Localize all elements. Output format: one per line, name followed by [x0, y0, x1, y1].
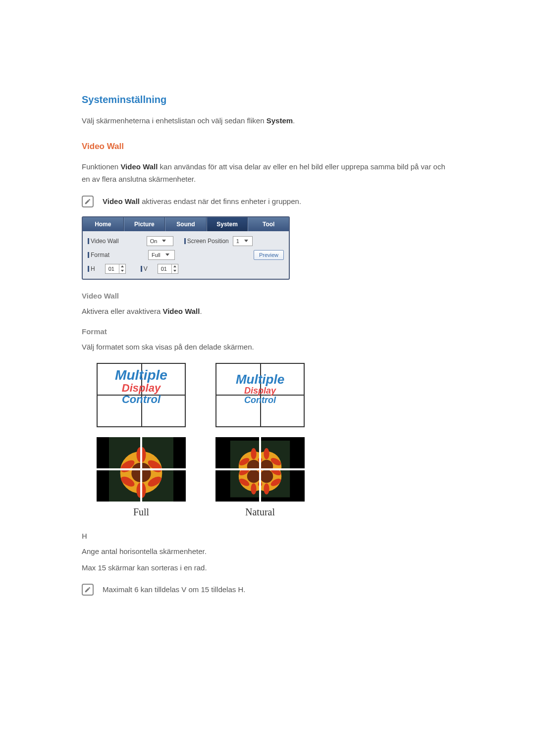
settings-panel: Home Picture Sound System Tool Video Wal… — [82, 216, 290, 280]
video-wall-label-text: Video Wall — [91, 238, 119, 245]
spinner-buttons[interactable] — [119, 264, 125, 273]
desc-pre: Funktionen — [82, 162, 120, 171]
format-logo-row: Multiple Display Control Multiple Displa… — [97, 363, 453, 427]
screen-position-value: 1 — [236, 238, 239, 244]
flower-cell — [215, 437, 259, 468]
h-value: 01 — [108, 266, 114, 272]
h-desc-1: Ange antal horisontella skärmenheter. — [82, 547, 453, 555]
note-1-text: Video Wall aktiveras endast när det finn… — [103, 197, 301, 205]
heading-system: Systeminställning — [82, 94, 453, 105]
flower-natural — [215, 437, 305, 502]
tabs: Home Picture Sound System Tool — [83, 217, 289, 231]
sub-heading-video-wall: Video Wall — [82, 292, 453, 300]
h-desc-2: Max 15 skärmar kan sorteras i en rad. — [82, 563, 453, 572]
bar-icon — [88, 238, 89, 244]
tab-sound[interactable]: Sound — [165, 217, 207, 231]
h-spinner[interactable]: 01 — [105, 264, 126, 274]
spinner-buttons[interactable] — [171, 264, 178, 273]
svw-pre: Aktivera eller avaktivera — [82, 307, 162, 315]
intro-pre: Välj skärmenheterna i enhetslistan och v… — [82, 116, 267, 125]
format-label-text: Format — [91, 252, 109, 258]
heading-video-wall: Video Wall — [82, 142, 453, 151]
format-full-logo: Multiple Display Control — [97, 363, 186, 427]
flower-cell — [215, 470, 259, 502]
flower-cell — [261, 437, 305, 468]
note-1: Video Wall aktiveras endast när det finn… — [82, 196, 453, 207]
flower-cell — [142, 437, 186, 468]
sub-video-wall-desc: Aktivera eller avaktivera Video Wall. — [82, 307, 453, 315]
chevron-down-icon — [162, 240, 166, 242]
format-natural-logo: Multiple Display Control — [215, 363, 305, 427]
bar-icon — [141, 266, 142, 272]
note-2: Maximalt 6 kan tilldelas V om 15 tilldel… — [82, 584, 453, 596]
note1-bold: Video Wall — [103, 197, 140, 205]
format-value: Full — [152, 252, 160, 258]
format-label: Format — [88, 252, 109, 258]
logo-l2: Display — [216, 386, 304, 396]
intro-text: Välj skärmenheterna i enhetslistan och v… — [82, 115, 453, 127]
logo-l1: Multiple — [98, 368, 185, 382]
screen-position-dropdown[interactable]: 1 — [233, 236, 253, 246]
sub-heading-h: H — [82, 532, 453, 540]
format-dropdown[interactable]: Full — [148, 250, 175, 260]
caption-natural: Natural — [215, 506, 305, 518]
logo-l3: Control — [98, 394, 185, 405]
svw-bold: Video Wall — [162, 307, 200, 315]
bar-icon — [88, 252, 89, 258]
flower-cell — [97, 437, 140, 468]
h-label-text: H — [91, 265, 95, 272]
logo-text: Multiple Display Control — [98, 368, 185, 405]
logo-l2: Display — [98, 382, 185, 394]
flower-cell — [97, 470, 140, 502]
screen-position-label-text: Screen Position — [187, 238, 229, 245]
intro-post: . — [293, 116, 295, 125]
pencil-icon — [82, 196, 94, 207]
h-label: H — [88, 265, 95, 272]
captions-row: Full Natural — [97, 506, 453, 518]
desc-bold: Video Wall — [120, 162, 158, 171]
screen-position-label: Screen Position — [184, 238, 229, 245]
svg-point-50 — [264, 448, 269, 459]
video-wall-value: On — [150, 238, 158, 244]
tab-tool[interactable]: Tool — [248, 217, 289, 231]
logo-l1: Multiple — [216, 373, 304, 386]
tab-system[interactable]: System — [207, 217, 248, 231]
sub-format-desc: Välj formatet som ska visas på den delad… — [82, 343, 453, 351]
svg-point-71 — [264, 484, 269, 495]
video-wall-label: Video Wall — [88, 238, 119, 245]
v-label: V — [141, 265, 148, 272]
video-wall-desc: Funktionen Video Wall kan användas för a… — [82, 160, 453, 186]
chevron-down-icon — [244, 240, 248, 242]
bar-icon — [88, 266, 89, 272]
note1-post: aktiveras endast när det finns enheter i… — [140, 197, 301, 205]
svg-point-41 — [251, 448, 256, 459]
v-label-text: V — [144, 265, 148, 272]
v-spinner[interactable]: 01 — [158, 264, 178, 274]
intro-bold: System — [267, 116, 293, 125]
chevron-down-icon — [165, 253, 169, 256]
v-value: 01 — [161, 266, 167, 272]
sub-heading-format: Format — [82, 327, 453, 336]
logo-text: Multiple Display Control — [216, 373, 304, 405]
caption-full: Full — [97, 506, 186, 518]
logo-l3: Control — [216, 396, 304, 405]
tab-home[interactable]: Home — [83, 217, 124, 231]
svw-post: . — [200, 307, 202, 315]
video-wall-dropdown[interactable]: On — [147, 236, 173, 246]
svg-point-62 — [251, 484, 256, 495]
flower-cell — [142, 470, 186, 502]
flower-cell — [261, 470, 305, 502]
tab-picture[interactable]: Picture — [124, 217, 165, 231]
pencil-icon — [82, 584, 94, 596]
bar-icon — [184, 238, 186, 244]
flower-full — [97, 437, 186, 502]
preview-button[interactable]: Preview — [254, 250, 284, 260]
note-2-text: Maximalt 6 kan tilldelas V om 15 tilldel… — [103, 585, 245, 594]
format-flower-row — [97, 437, 453, 502]
panel-body: Video Wall On Screen Position 1 Format F… — [83, 231, 289, 279]
